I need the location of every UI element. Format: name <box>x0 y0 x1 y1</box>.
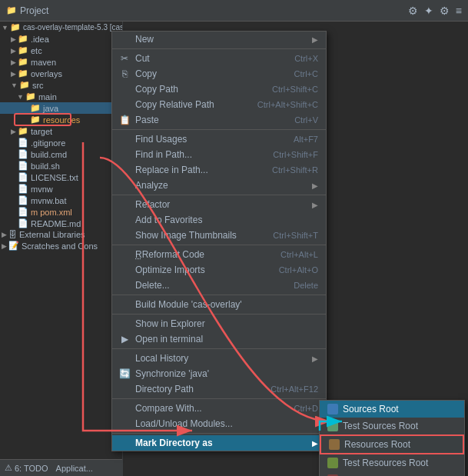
menu-item-show-explorer[interactable]: Show in Explorer <box>112 316 326 331</box>
submenu-arrow-refactor: ▶ <box>312 201 318 209</box>
separator-2 <box>112 129 326 130</box>
submenu-item-test-sources-root[interactable]: Test Sources Root <box>320 418 464 434</box>
tree-item-resources[interactable]: ▶ 📁 resources <box>0 114 122 125</box>
tree-item-maven[interactable]: ▶ 📁 maven <box>0 56 122 68</box>
tree-item-java[interactable]: ▶ 📁 java <box>0 102 122 114</box>
menu-item-cut[interactable]: ✂ Cut Ctrl+X <box>112 51 326 66</box>
cut-icon: ✂ <box>118 53 131 64</box>
menu-item-optimize[interactable]: Optimize Imports Ctrl+Alt+O <box>112 262 326 278</box>
tree-item-main[interactable]: ▼ 📁 main <box>0 91 122 102</box>
separator-5 <box>112 295 326 295</box>
separator-1 <box>112 48 326 49</box>
sync-icon: 🔄 <box>118 368 131 379</box>
separator-4 <box>112 245 326 245</box>
submenu-item-sources-root[interactable]: Sources Root <box>320 401 464 418</box>
resources-root-icon <box>329 439 340 450</box>
menu-item-add-favorites[interactable]: Add to Favorites <box>112 212 326 228</box>
menu-item-copy-relative-path[interactable]: Copy Relative Path Ctrl+Alt+Shift+C <box>112 97 326 112</box>
submenu-item-resources-root[interactable]: Resources Root <box>320 434 464 454</box>
menu-item-delete[interactable]: Delete... Delete <box>112 278 326 293</box>
separator-7 <box>112 348 326 349</box>
menu-item-directory-path[interactable]: Directory Path Ctrl+Alt+F12 <box>112 381 326 397</box>
application-item[interactable]: Applicat... <box>56 464 93 473</box>
submenu-arrow-analyze: ▶ <box>312 181 318 190</box>
tree-item-etc[interactable]: ▶ 📁 etc <box>0 45 122 56</box>
test-resources-root-icon <box>327 458 338 468</box>
tree-item-target[interactable]: ▶ 📁 target <box>0 125 122 137</box>
menu-item-build-module[interactable]: Build Module 'cas-overlay' <box>112 297 326 312</box>
submenu-arrow-history: ▶ <box>312 355 318 363</box>
submenu-item-excluded[interactable]: Excluded <box>320 471 464 476</box>
tree-item-scratches[interactable]: ▶ 📝 Scratches and Cons <box>0 240 122 251</box>
menu-item-open-terminal[interactable]: ▶ Open in terminal <box>112 331 326 347</box>
project-panel-icon: 📁 <box>6 5 17 15</box>
tree-item-build-sh[interactable]: ▶ 📄 build.sh <box>0 160 122 171</box>
separator-8 <box>112 398 326 399</box>
tree-item-gitignore[interactable]: ▶ 📄 .gitignore <box>0 137 122 148</box>
separator-3 <box>112 195 326 195</box>
menu-item-paste[interactable]: 📋 Paste Ctrl+V <box>112 112 326 128</box>
tree-item-license[interactable]: ▶ 📄 LICENSE.txt <box>0 171 122 183</box>
menu-item-load-unload[interactable]: Load/Unload Modules... <box>112 416 326 431</box>
tree-item-pom[interactable]: ▶ 📄 m pom.xml <box>0 206 122 218</box>
tree-item-idea[interactable]: ▶ 📁 .idea <box>0 33 122 45</box>
menu-item-replace-in-path[interactable]: Replace in Path... Ctrl+Shift+R <box>112 162 326 178</box>
tree-item-readme[interactable]: ▶ 📄 README.md <box>0 218 122 229</box>
menu-item-synchronize[interactable]: 🔄 Synchronize 'java' <box>112 366 326 381</box>
menu-item-mark-directory[interactable]: Mark Directory as ▶ <box>112 435 326 451</box>
menu-item-local-history[interactable]: Local History ▶ <box>112 351 326 366</box>
tree-item-mvnw[interactable]: ▶ 📄 mvnw <box>0 183 122 195</box>
tree-item-external-libs[interactable]: ▶ 🗄 External Libraries <box>0 229 122 240</box>
test-sources-root-icon <box>327 421 338 431</box>
panel-title: Project <box>20 5 48 16</box>
copy-icon: ⎘ <box>118 68 131 79</box>
header-icons: ⚙ ✦ ⚙ ≡ <box>408 5 462 17</box>
menu-icon[interactable]: ≡ <box>456 5 462 17</box>
tree-item-overlays[interactable]: ▶ 📁 overlays <box>0 68 122 79</box>
tree-item-mvnw-bat[interactable]: ▶ 📄 mvnw.bat <box>0 195 122 206</box>
menu-item-new[interactable]: New ▶ <box>112 32 326 47</box>
tree-item-build-cmd[interactable]: ▶ 📄 build.cmd <box>0 148 122 160</box>
context-menu: New ▶ ✂ Cut Ctrl+X ⎘ Copy Ctrl+C Copy Pa… <box>111 31 327 451</box>
tree-item-cas-overlay[interactable]: ▼ 📁 cas-overlay-template-5.3 [cas-overla… <box>0 22 122 33</box>
sources-root-icon <box>327 404 338 414</box>
bottom-bar: ⚠ 6: TODO Applicat... <box>0 459 122 476</box>
menu-item-reformat[interactable]: RReformat Code Ctrl+Alt+L <box>112 247 326 262</box>
menu-item-copy[interactable]: ⎘ Copy Ctrl+C <box>112 66 326 82</box>
menu-item-compare-with[interactable]: Compare With... Ctrl+D <box>112 401 326 416</box>
menu-item-find-in-path[interactable]: Find in Path... Ctrl+Shift+F <box>112 147 326 162</box>
separator-6 <box>112 314 326 315</box>
tree-item-src[interactable]: ▼ 📁 src <box>0 79 122 91</box>
menu-item-show-image[interactable]: Show Image Thumbnails Ctrl+Shift+T <box>112 228 326 243</box>
settings-icon[interactable]: ⚙ <box>408 5 418 17</box>
config-icon[interactable]: ⚙ <box>440 5 450 17</box>
submenu-item-test-resources-root[interactable]: Test Resources Root <box>320 454 464 471</box>
terminal-icon: ▶ <box>118 334 131 345</box>
project-sidebar: ▼ 📁 cas-overlay-template-5.3 [cas-overla… <box>0 22 123 476</box>
menu-item-find-usages[interactable]: Find Usages Alt+F7 <box>112 131 326 147</box>
separator-9 <box>112 433 326 434</box>
submenu-arrow-mark: ▶ <box>312 439 318 448</box>
paste-icon: 📋 <box>118 115 131 125</box>
menu-item-analyze[interactable]: Analyze ▶ <box>112 178 326 193</box>
submenu-arrow-new: ▶ <box>312 35 318 44</box>
menu-item-copy-path[interactable]: Copy Path Ctrl+Shift+C <box>112 82 326 97</box>
ide-header: 📁 Project ⚙ ✦ ⚙ ≡ <box>0 0 468 22</box>
pin-icon[interactable]: ✦ <box>424 5 433 17</box>
menu-item-refactor[interactable]: Refactor ▶ <box>112 197 326 212</box>
mark-directory-submenu: Sources Root Test Sources Root Resources… <box>319 400 465 476</box>
todo-item[interactable]: ⚠ 6: TODO <box>5 463 48 473</box>
